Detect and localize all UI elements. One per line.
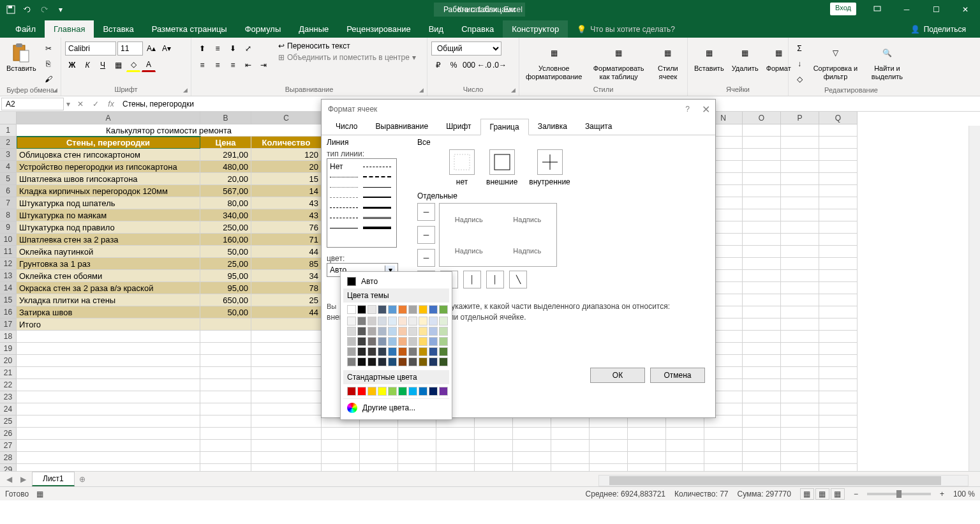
cell[interactable] [743,221,781,234]
cell[interactable] [781,343,819,355]
cell[interactable] [781,173,819,185]
cell[interactable] [590,440,628,452]
autosum-icon[interactable]: Σ [792,41,806,56]
cell[interactable]: 78 [251,282,322,294]
cell[interactable] [17,331,200,343]
align-center-icon[interactable]: ≡ [211,58,225,72]
cell[interactable] [200,391,251,403]
undo-icon[interactable] [20,3,34,17]
preset-inside-button[interactable]: внутренние [529,149,570,186]
cell[interactable] [666,452,704,464]
cell[interactable] [551,440,590,452]
cell[interactable]: 14 [251,185,322,197]
clear-icon[interactable]: ◇ [792,72,806,86]
row-header[interactable]: 3 [0,149,17,161]
fill-icon[interactable]: ↓ [792,57,806,71]
cell[interactable] [781,367,819,379]
color-swatch[interactable] [419,327,427,336]
cell[interactable] [251,428,322,440]
color-swatch[interactable] [408,387,417,396]
cell[interactable] [590,452,628,464]
cell[interactable] [251,452,322,464]
cell[interactable]: 160,00 [200,234,251,246]
number-format-select[interactable]: Общий [431,41,501,56]
color-swatch[interactable] [429,317,438,326]
color-swatch[interactable] [388,317,397,326]
cell[interactable] [551,464,590,471]
comma-icon[interactable]: 000 [462,58,476,72]
horizontal-scrollbar[interactable] [598,475,969,486]
zoom-level[interactable]: 100 % [953,490,975,498]
color-swatch[interactable] [408,347,417,356]
color-swatch[interactable] [357,327,366,336]
cell[interactable] [200,403,251,415]
close-icon[interactable]: ✕ [951,0,980,19]
cancel-formula-icon[interactable]: ✕ [73,97,88,111]
cell[interactable] [743,234,781,246]
cell[interactable] [200,428,251,440]
cell[interactable] [743,306,781,318]
cell[interactable] [819,282,858,294]
color-swatch[interactable] [398,347,407,356]
cell[interactable] [475,464,513,471]
line-style-option[interactable] [330,213,360,222]
cell[interactable] [743,331,781,343]
row-header[interactable]: 17 [0,318,17,331]
enter-formula-icon[interactable]: ✓ [88,97,103,111]
color-swatch[interactable] [347,305,356,314]
cell[interactable] [781,379,819,391]
cell[interactable] [743,270,781,282]
cell[interactable] [628,452,666,464]
cell[interactable] [819,173,858,185]
cell[interactable] [819,452,858,464]
color-swatch[interactable] [368,317,376,326]
fill-color-icon[interactable]: ◇ [126,58,140,72]
cell[interactable] [743,137,781,149]
cell[interactable]: Калькулятор стоимости ремонта [17,124,322,137]
color-swatch[interactable] [439,317,448,326]
cell[interactable] [743,197,781,209]
decrease-decimal-icon[interactable]: .0→ [493,58,507,72]
column-header[interactable]: C [251,112,322,124]
cell[interactable] [819,440,858,452]
color-swatch[interactable] [388,337,397,346]
cell[interactable] [322,452,360,464]
color-swatch[interactable] [357,317,366,326]
cell[interactable] [436,452,475,464]
line-style-option[interactable] [363,193,394,202]
line-style-option[interactable] [363,203,394,212]
cell[interactable] [781,234,819,246]
row-header[interactable]: 13 [0,270,17,282]
cell[interactable]: 650,00 [200,294,251,306]
cell[interactable]: Стены, перегородки [17,137,200,149]
cell[interactable] [819,391,858,403]
dialog-tab-number[interactable]: Число [327,119,367,135]
color-swatch[interactable] [368,347,376,356]
increase-font-icon[interactable]: A▴ [144,41,158,56]
ok-button[interactable]: ОК [590,368,645,383]
color-swatch[interactable] [357,387,366,396]
tab-constructor[interactable]: Конструктор [503,20,568,38]
cell[interactable] [819,185,858,197]
cell[interactable]: 120 [251,149,322,161]
cut-icon[interactable]: ✂ [41,41,56,56]
color-swatch[interactable] [378,305,387,314]
cell[interactable] [666,440,704,452]
row-header[interactable]: 20 [0,355,17,367]
cell[interactable] [200,415,251,428]
row-header[interactable]: 22 [0,379,17,391]
color-swatch[interactable] [398,357,407,366]
cell[interactable] [819,221,858,234]
dialog-help-icon[interactable]: ? [685,105,690,114]
increase-decimal-icon[interactable]: ←.0 [477,58,491,72]
cell[interactable] [743,452,781,464]
cell[interactable] [781,246,819,258]
cell[interactable] [743,403,781,415]
row-header[interactable]: 8 [0,209,17,221]
orientation-icon[interactable]: ⤢ [241,41,255,56]
row-header[interactable]: 6 [0,185,17,197]
vertical-scrollbar[interactable] [969,126,980,484]
cell[interactable] [781,331,819,343]
line-style-option[interactable] [330,172,360,181]
increase-indent-icon[interactable]: ⇥ [256,58,271,72]
